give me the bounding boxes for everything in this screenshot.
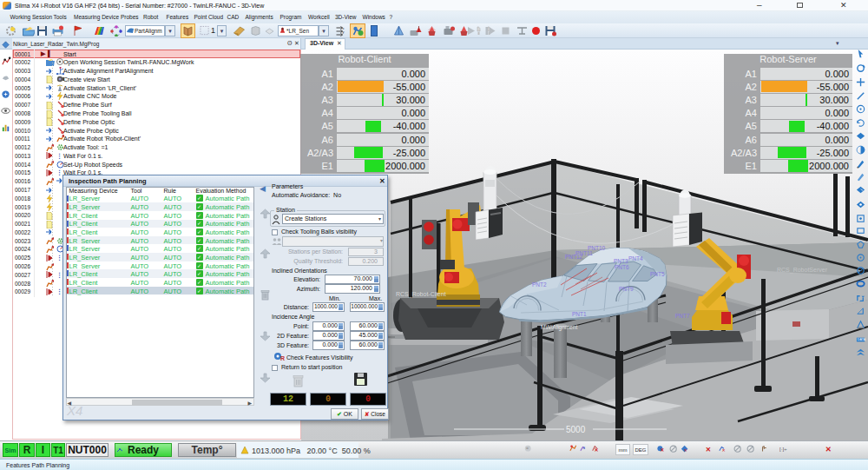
svg-text:MW/Alignment: MW/Alignment <box>541 324 577 331</box>
svg-text:[·]÷: [·]÷ <box>779 447 787 452</box>
svg-text:=: = <box>526 446 529 451</box>
svg-text:✕: ✕ <box>660 447 664 453</box>
svg-text:PNT6: PNT6 <box>615 264 629 270</box>
svg-text:x: x <box>582 445 585 450</box>
svg-text:PNT7: PNT7 <box>675 313 690 319</box>
svg-text:PNT2: PNT2 <box>532 281 547 288</box>
svg-text:PNT5: PNT5 <box>650 271 665 277</box>
svg-text:✕: ✕ <box>594 447 598 453</box>
svg-text:✕: ✕ <box>706 446 711 453</box>
svg-text:PNT3: PNT3 <box>614 258 628 264</box>
svg-text:PNT12: PNT12 <box>565 254 583 260</box>
svg-text:PNT4: PNT4 <box>628 255 643 261</box>
svg-text:✕: ✕ <box>683 447 687 453</box>
svg-text:PNT1: PNT1 <box>572 311 587 317</box>
svg-text:RCS_RobotServer: RCS_RobotServer <box>777 267 828 274</box>
svg-text:✕: ✕ <box>825 445 832 453</box>
svg-text:RCS_Robot-Client: RCS_Robot-Client <box>396 291 446 298</box>
svg-text:y: y <box>343 30 345 34</box>
svg-text:R: R <box>280 355 285 361</box>
svg-text:DATA: DATA <box>858 338 866 341</box>
svg-text:5000: 5000 <box>566 425 586 434</box>
svg-text:PNT9: PNT9 <box>619 286 634 292</box>
svg-text:✕: ✕ <box>721 447 725 453</box>
